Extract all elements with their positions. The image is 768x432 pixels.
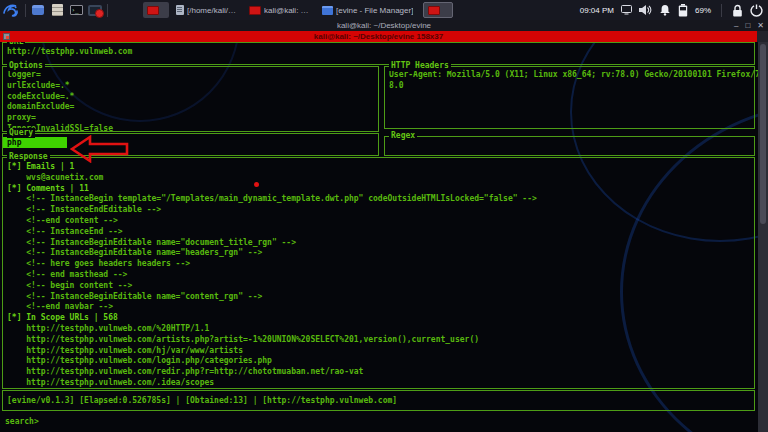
response-panel: Response [*] Emails | 1 wvs@acunetix.com…	[2, 157, 755, 389]
terminal-line: 8.0	[389, 81, 754, 92]
terminal-line: [*] Comments | 11	[7, 184, 754, 195]
file-cabinet-icon	[52, 4, 63, 16]
url-panel-label: URL	[7, 42, 25, 47]
close-icon[interactable]: ✕	[757, 21, 764, 30]
terminal-screen[interactable]: URL http://testphp.vulnweb.com Options l…	[0, 42, 768, 432]
terminal-line: wvs@acunetix.com	[7, 173, 754, 184]
red-dot-annotation	[254, 182, 259, 187]
volume-icon[interactable]	[639, 4, 652, 16]
clock-label: 09:04 PM	[580, 6, 614, 15]
launcher-display-button[interactable]	[88, 3, 102, 17]
terminal-scrollbar[interactable]	[758, 42, 768, 432]
terminal-line: urlExclude=.*	[7, 81, 378, 92]
battery-icon[interactable]	[678, 4, 688, 17]
response-lines: [*] Emails | 1 wvs@acunetix.com[*] Comme…	[3, 158, 754, 389]
options-panel-label: Options	[7, 61, 45, 71]
terminal-line: domainExclude=	[7, 102, 378, 113]
display-record-icon	[88, 5, 102, 16]
query-input-row[interactable]: php	[3, 134, 378, 148]
regex-panel[interactable]: Regex	[384, 136, 755, 156]
terminal-line: http://testphp.vulnweb.com/artists.php?a…	[7, 335, 754, 346]
panel-separator-3	[721, 4, 722, 17]
red-arrow-annotation	[70, 135, 130, 163]
terminal-line: <!-- InstanceEnd -->	[7, 227, 754, 238]
terminal-line: User-Agent: Mozilla/5.0 (X11; Linux x86_…	[389, 70, 754, 81]
battery-percent: 69%	[695, 6, 711, 15]
status-bar-panel: [evine/v0.1.3] [Elapsed:0.526785s] | [Ob…	[2, 390, 755, 411]
launcher-terminal-button[interactable]: ›_	[69, 3, 83, 17]
query-value-highlight[interactable]: php	[3, 137, 67, 148]
terminal-line: http://testphp.vulnweb.com/%20HTTP/1.1	[7, 324, 754, 335]
response-panel-label: Response	[7, 152, 50, 162]
terminal-line: <!-- InstanceEndEditable -->	[7, 205, 754, 216]
terminal-line: <!-- begin content -->	[7, 281, 754, 292]
query-panel-label: Query	[7, 128, 35, 138]
http-headers-panel: HTTP Headers User-Agent: Mozilla/5.0 (X1…	[384, 66, 755, 129]
options-panel: Options logger=urlExclude=.*codeExclude=…	[2, 66, 379, 132]
launcher-area: ›_	[31, 3, 102, 17]
terminal-icon: ›_	[70, 5, 83, 15]
url-value: http://testphp.vulnweb.com	[3, 43, 754, 57]
taskbar-button-label: kali@kali: ~/Desktop/evi...	[264, 6, 311, 15]
taskbar-button-label: [/home/kali/Desktop/evi...	[187, 6, 238, 15]
panel-separator-2	[107, 4, 108, 17]
terminal-line: http://testphp.vulnweb.com/redir.php?r=h…	[7, 367, 754, 378]
top-panel: ›_ [/home/kali/Desktop/evi... kali@kali:…	[0, 0, 768, 20]
options-lines: logger=urlExclude=.*codeExclude=.*domain…	[3, 67, 378, 135]
terminal-line: codeExclude=.*	[7, 92, 378, 103]
document-icon	[176, 5, 184, 15]
query-panel[interactable]: Query php	[2, 133, 379, 156]
red-terminal-icon	[428, 6, 440, 15]
taskbar-button-home-window[interactable]: [/home/kali/Desktop/evi...	[172, 2, 242, 18]
http-headers-panel-label: HTTP Headers	[389, 61, 451, 71]
terminal-line: <!-- InstanceBegin template="/Templates/…	[7, 194, 754, 205]
terminal-line: logger=	[7, 70, 378, 81]
search-prompt[interactable]: search>	[5, 416, 39, 427]
taskbar-button-label: [evine - File Manager]	[336, 6, 413, 15]
tabbar-corner	[757, 31, 768, 42]
terminal-window-titlebar[interactable]: kali@kali: ~/Desktop/evine – □ ✕	[0, 20, 768, 31]
notification-bell-icon[interactable]	[659, 4, 671, 16]
window-icon	[32, 5, 44, 15]
regex-panel-label: Regex	[389, 131, 417, 141]
file-manager-icon	[322, 6, 333, 15]
terminal-line: http://testphp.vulnweb.com/login.php/cat…	[7, 356, 754, 367]
terminal-line: [*] Emails | 1	[7, 162, 754, 173]
maximize-icon[interactable]: □	[745, 21, 750, 30]
display-settings-icon[interactable]	[621, 5, 632, 15]
window-title: kali@kali: ~/Desktop/evine	[337, 21, 431, 30]
terminal-line: <!-- InstanceBeginEditable name="content…	[7, 292, 754, 303]
minimize-icon[interactable]: –	[734, 21, 738, 30]
launcher-filemanager-button[interactable]	[50, 3, 64, 17]
terminal-line: proxy=	[7, 113, 378, 124]
taskbar: [/home/kali/Desktop/evi... kali@kali: ~/…	[143, 2, 453, 18]
window-controls: – □ ✕	[734, 20, 764, 31]
lock-icon[interactable]	[732, 4, 743, 17]
terminal-line: [*] In Scope URLs | 568	[7, 313, 754, 324]
taskbar-button-file-manager[interactable]: [evine - File Manager]	[318, 2, 420, 18]
panel-status-area: 09:04 PM 69%	[580, 4, 768, 17]
red-terminal-icon	[147, 6, 159, 15]
terminal-line: http://testphp.vulnweb.com/.idea/scopes	[7, 378, 754, 389]
url-panel: URL http://testphp.vulnweb.com	[2, 42, 755, 65]
panel-separator	[25, 4, 26, 17]
taskbar-button-current[interactable]	[423, 2, 453, 18]
status-bar-text: [evine/v0.1.3] [Elapsed:0.526785s] | [Ob…	[3, 391, 754, 405]
terminal-line: <!--end navbar -->	[7, 302, 754, 313]
tab-title: kali@kali: ~/Desktop/evine 158x37	[0, 32, 757, 41]
red-terminal-icon	[249, 6, 261, 15]
terminal-line: <!-- InstanceBeginEditable name="documen…	[7, 238, 754, 249]
terminal-line: <!-- end masthead -->	[7, 270, 754, 281]
kali-logo-icon	[3, 2, 19, 18]
launcher-window-button[interactable]	[31, 3, 45, 17]
terminal-line: <!-- InstanceBeginEditable name="headers…	[7, 248, 754, 259]
terminal-tab-bar[interactable]: kali@kali: ~/Desktop/evine 158x37	[0, 31, 757, 42]
terminal-line: <!-- here goes headers headers -->	[7, 259, 754, 270]
terminal-line: http://testphp.vulnweb.com/hj/var/www/ar…	[7, 346, 754, 357]
taskbar-button-terminal-window[interactable]: kali@kali: ~/Desktop/evi...	[245, 2, 315, 18]
terminal-line: <!--end content -->	[7, 216, 754, 227]
regex-value[interactable]	[385, 137, 754, 140]
power-icon[interactable]	[750, 4, 763, 17]
kali-menu-button[interactable]	[0, 0, 22, 20]
taskbar-button-active[interactable]	[143, 2, 169, 18]
